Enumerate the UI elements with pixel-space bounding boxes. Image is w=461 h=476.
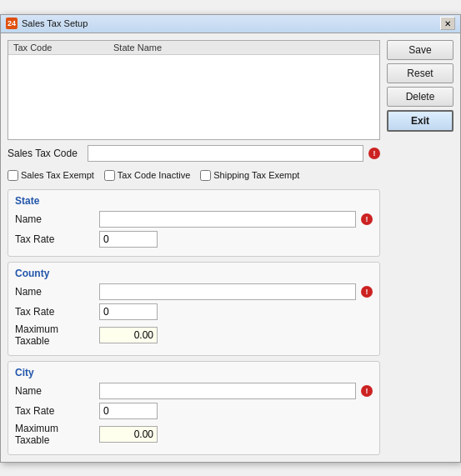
county-max-taxable-input[interactable] xyxy=(99,327,158,343)
shipping-tax-exempt-checkbox[interactable] xyxy=(200,170,211,181)
reset-button[interactable]: Reset xyxy=(387,63,453,83)
list-col1-header: Tax Code xyxy=(13,43,113,53)
city-max-taxable-row: Maximum Taxable xyxy=(15,423,373,446)
city-section: City Name ! Tax Rate Maximum Taxable xyxy=(8,361,380,455)
city-section-title: City xyxy=(15,367,373,378)
tax-code-inactive-checkbox-item: Tax Code Inactive xyxy=(104,170,190,181)
shipping-tax-exempt-label: Shipping Tax Exempt xyxy=(213,170,299,180)
tax-list[interactable]: Tax Code State Name xyxy=(8,40,380,140)
sales-tax-code-input[interactable] xyxy=(88,145,363,162)
city-name-label: Name xyxy=(15,385,94,397)
exit-button[interactable]: Exit xyxy=(387,110,453,132)
county-name-required-icon: ! xyxy=(361,286,373,298)
county-tax-rate-label: Tax Rate xyxy=(15,306,94,318)
county-tax-rate-row: Tax Rate xyxy=(15,303,373,320)
city-tax-rate-label: Tax Rate xyxy=(15,405,94,417)
county-name-input[interactable] xyxy=(99,283,356,300)
state-name-label: Name xyxy=(15,213,94,225)
tax-code-inactive-label: Tax Code Inactive xyxy=(118,170,190,180)
list-header: Tax Code State Name xyxy=(8,41,379,55)
city-max-taxable-input[interactable] xyxy=(99,426,158,443)
city-tax-rate-input[interactable] xyxy=(99,403,158,419)
sidebar: Save Reset Delete Exit xyxy=(387,40,453,455)
county-tax-rate-input[interactable] xyxy=(99,303,158,320)
state-section-title: State xyxy=(15,195,373,207)
county-name-row: Name ! xyxy=(15,283,373,300)
city-max-taxable-label: Maximum Taxable xyxy=(15,423,94,446)
state-name-input[interactable] xyxy=(99,211,356,228)
state-tax-rate-label: Tax Rate xyxy=(15,233,94,245)
state-name-required-icon: ! xyxy=(361,213,373,225)
list-col2-header: State Name xyxy=(113,43,374,53)
city-name-required-icon: ! xyxy=(361,385,373,397)
sales-tax-exempt-checkbox-item: Sales Tax Exempt xyxy=(8,170,94,181)
save-button[interactable]: Save xyxy=(387,40,453,60)
window-title: Sales Tax Setup xyxy=(22,18,440,28)
sales-tax-code-label: Sales Tax Code xyxy=(8,148,83,159)
delete-button[interactable]: Delete xyxy=(387,87,453,107)
content-area: Tax Code State Name Sales Tax Code ! Sal… xyxy=(1,33,460,462)
county-max-taxable-row: Maximum Taxable xyxy=(15,323,373,347)
shipping-tax-exempt-checkbox-item: Shipping Tax Exempt xyxy=(200,170,299,181)
sales-tax-exempt-label: Sales Tax Exempt xyxy=(21,170,94,180)
county-section: County Name ! Tax Rate Maximum Taxable xyxy=(8,262,380,356)
state-section: State Name ! Tax Rate xyxy=(8,189,380,257)
checkboxes-row: Sales Tax Exempt Tax Code Inactive Shipp… xyxy=(8,167,380,184)
title-bar: 24 Sales Tax Setup ✕ xyxy=(1,15,460,33)
sales-tax-exempt-checkbox[interactable] xyxy=(8,170,18,181)
county-section-title: County xyxy=(15,268,373,279)
county-max-taxable-label: Maximum Taxable xyxy=(15,323,94,347)
app-icon: 24 xyxy=(6,18,18,29)
state-name-row: Name ! xyxy=(15,211,373,228)
city-tax-rate-row: Tax Rate xyxy=(15,403,373,419)
city-name-row: Name ! xyxy=(15,383,373,399)
state-tax-rate-row: Tax Rate xyxy=(15,231,373,248)
sales-tax-code-row: Sales Tax Code ! xyxy=(8,145,380,162)
close-button[interactable]: ✕ xyxy=(440,17,455,30)
city-name-input[interactable] xyxy=(99,383,356,399)
tax-code-inactive-checkbox[interactable] xyxy=(104,170,115,181)
main-area: Tax Code State Name Sales Tax Code ! Sal… xyxy=(8,40,380,455)
sales-tax-code-required-icon: ! xyxy=(368,148,380,159)
main-window: 24 Sales Tax Setup ✕ Tax Code State Name… xyxy=(0,14,461,463)
county-name-label: Name xyxy=(15,286,94,298)
state-tax-rate-input[interactable] xyxy=(99,231,158,248)
